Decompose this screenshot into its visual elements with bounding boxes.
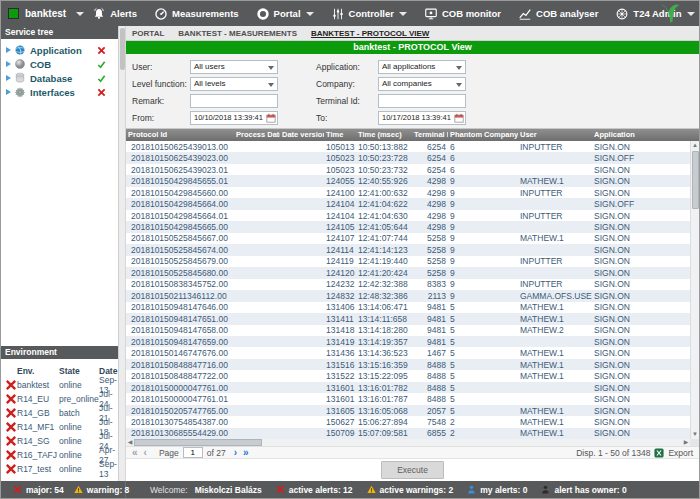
sidebar-scrollbar[interactable] xyxy=(119,26,126,481)
table-row[interactable]: 201810150625439023.0010502310:50:23:7286… xyxy=(126,152,690,163)
table-row[interactable]: 201810150838345752.0012423212:42:32:3888… xyxy=(126,279,690,290)
column-header-application[interactable]: Application xyxy=(592,129,690,141)
expand-icon[interactable] xyxy=(6,75,11,81)
vertical-scrollbar[interactable]: ▲ ▼ xyxy=(690,141,699,439)
table-row[interactable]: 201810150000047761.0013160113:16:01:7828… xyxy=(126,382,690,393)
last-page-icon[interactable]: » xyxy=(243,448,249,458)
tab-banktest-measurements[interactable]: BANKTEST - MEASUREMENTS xyxy=(178,29,297,38)
status-item-label: warning: 8 xyxy=(87,485,130,495)
application-select-value: All applications xyxy=(382,62,435,71)
table-row[interactable]: 201810150525845667.0012410712:41:07:7445… xyxy=(126,233,690,244)
tab-portal[interactable]: PORTAL xyxy=(132,29,164,38)
user-select[interactable]: All users xyxy=(190,60,278,74)
environment-row-r17-test[interactable]: R17_testonlineSep-13 xyxy=(1,462,118,476)
env-col-env: Env. xyxy=(17,366,59,376)
expand-icon[interactable] xyxy=(6,89,11,95)
expand-icon[interactable] xyxy=(6,61,11,67)
table-row[interactable]: 201810150948147651.0013141113:14:11:6589… xyxy=(126,313,690,324)
table-row[interactable]: 201810130685554429.0015070915:07:09:5816… xyxy=(126,428,690,439)
prev-page-icon[interactable]: ‹ xyxy=(144,448,147,458)
table-cell: 150627 xyxy=(324,417,356,427)
topbar-item-controller[interactable]: Controller xyxy=(331,7,407,21)
scroll-right-icon[interactable]: ▶ xyxy=(682,439,690,446)
table-row[interactable]: 201810150000047761.0113160113:16:01:7878… xyxy=(126,393,690,404)
sidebar-item-interfaces[interactable]: Interfaces xyxy=(3,85,116,99)
table-row[interactable]: 201810150525845679.0012411912:41:19:4405… xyxy=(126,256,690,267)
topbar-item-measurements[interactable]: Measurements xyxy=(154,7,239,21)
status-error-icon xyxy=(1,449,17,461)
status-item-alert-has-owner: alert has owner: 0 xyxy=(541,485,626,495)
table-row[interactable]: 201810150429845660.0012410012:41:00:6324… xyxy=(126,187,690,198)
table-cell: 124232 xyxy=(324,279,356,289)
table-row[interactable]: 201810150948147659.0013141913:14:19:3579… xyxy=(126,336,690,347)
environment-selector[interactable]: banktest xyxy=(1,8,84,19)
status-ok-icon xyxy=(97,60,106,69)
scroll-up-icon[interactable]: ▲ xyxy=(691,141,700,150)
column-header-time-msec[interactable]: Time (msec) xyxy=(356,129,412,141)
table-row[interactable]: 201810150625439023.0110502310:50:23:7326… xyxy=(126,164,690,175)
column-header-company-id[interactable]: Company Id xyxy=(482,129,518,141)
remark-input[interactable] xyxy=(190,94,278,108)
expand-icon[interactable] xyxy=(6,47,11,53)
table-row[interactable]: 201810150429845664.0112410412:41:04:6304… xyxy=(126,210,690,221)
table-row[interactable]: 201810150205747765.0013160513:16:05:0682… xyxy=(126,405,690,416)
export-button[interactable]: Export xyxy=(668,448,693,458)
column-header-time[interactable]: Time xyxy=(324,129,356,141)
table-row[interactable]: 201810150429845655.0112405512:40:55:9264… xyxy=(126,175,690,186)
topbar-item-cob-monitor[interactable]: COB monitor xyxy=(424,7,501,21)
table-row[interactable]: 201810150625439013.0010501310:50:13:8826… xyxy=(126,141,690,152)
table-row[interactable]: 201810130754854387.0015062715:06:27:8947… xyxy=(126,416,690,427)
topbar-item-alerts[interactable]: Alerts xyxy=(92,7,137,21)
topbar-item-portal[interactable]: Portal xyxy=(256,7,314,21)
column-header-phantom-id[interactable]: Phantom Id xyxy=(448,129,482,141)
level-function-select[interactable]: All levels xyxy=(190,77,278,91)
company-select[interactable]: All companies xyxy=(378,77,466,91)
table-cell: 124114 xyxy=(324,245,356,255)
table-cell: MATHEW.1 xyxy=(518,233,592,243)
tab-banktest-protocol-view[interactable]: BANKTEST - PROTOCOL VIEW xyxy=(311,29,429,38)
vertical-scrollbar-thumb[interactable] xyxy=(692,151,699,209)
horizontal-scrollbar[interactable]: ◀ ▶ xyxy=(126,439,690,446)
scroll-down-icon[interactable]: ▼ xyxy=(691,430,700,439)
table-row[interactable]: 201810150211346112.0012483212:48:32:3862… xyxy=(126,290,690,301)
table-cell: MATHEW.1 xyxy=(518,406,592,416)
table-cell: 9481 xyxy=(412,302,448,312)
table-row[interactable]: 201810150848847722.0013152213:15:22:0958… xyxy=(126,370,690,381)
next-page-icon[interactable]: › xyxy=(234,448,237,458)
column-header-terminal-id[interactable]: Terminal Id xyxy=(412,129,448,141)
table-cell: SIGN.ON xyxy=(592,268,690,278)
from-date-input[interactable] xyxy=(190,111,278,125)
horizontal-scrollbar-thumb[interactable] xyxy=(134,439,262,446)
table-row[interactable]: 201810150525845680.0012412012:41:20:4245… xyxy=(126,267,690,278)
page-label: Page xyxy=(159,448,179,458)
sidebar-item-cob[interactable]: COB xyxy=(3,57,116,71)
scroll-left-icon[interactable]: ◀ xyxy=(126,439,134,446)
calendar-icon[interactable] xyxy=(454,113,464,123)
status-bar-left: major: 54warning: 8 xyxy=(1,481,126,498)
first-page-icon[interactable]: « xyxy=(132,448,138,458)
table-row[interactable]: 201810150525845674.0012411412:41:14:1235… xyxy=(126,244,690,255)
execute-button[interactable]: Execute xyxy=(381,461,444,479)
topbar-item-cob-analyser[interactable]: COB analyser xyxy=(518,7,598,21)
table-row[interactable]: 201810150948147646.0013140613:14:06:4719… xyxy=(126,302,690,313)
table-cell: 9 xyxy=(448,233,482,243)
table-row[interactable]: 201810150429845664.0012410412:41:04:6224… xyxy=(126,198,690,209)
terminal-id-input[interactable] xyxy=(378,94,466,108)
table-row[interactable]: 201810150848847716.0013151613:15:16:3598… xyxy=(126,359,690,370)
column-header-process-date[interactable]: Process Date xyxy=(234,129,280,141)
level-function-label: Level function: xyxy=(132,79,190,89)
column-header-date-version[interactable]: Date version xyxy=(280,129,324,141)
calendar-icon[interactable] xyxy=(266,113,276,123)
column-header-user[interactable]: User xyxy=(518,129,592,141)
column-header-protocol-id[interactable]: Protocol Id xyxy=(126,129,234,141)
sidebar-item-database[interactable]: Database xyxy=(3,71,116,85)
company-label: Company: xyxy=(316,79,378,89)
table-row[interactable]: 201810150146747676.0013143613:14:36:5231… xyxy=(126,347,690,358)
to-date-input[interactable] xyxy=(378,111,466,125)
sidebar-scrollbar-thumb[interactable] xyxy=(120,28,125,70)
sidebar-item-application[interactable]: Application xyxy=(3,43,116,57)
table-row[interactable]: 201810150429845665.0012410512:41:05:6444… xyxy=(126,221,690,232)
page-number-input[interactable] xyxy=(183,447,203,458)
table-row[interactable]: 201810150948147658.0013141813:14:18:2809… xyxy=(126,325,690,336)
application-select[interactable]: All applications xyxy=(378,60,466,74)
